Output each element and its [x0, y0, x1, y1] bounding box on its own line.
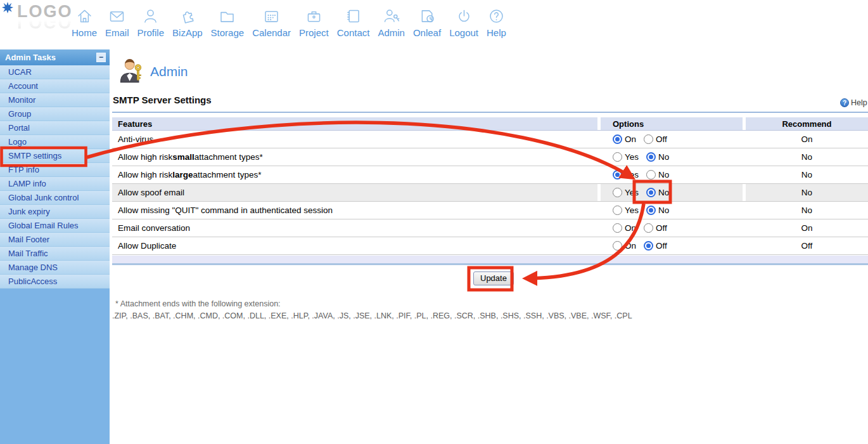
sidebar-item-ucar[interactable]: UCAR — [0, 65, 110, 79]
table-row: Allow high risk large attachment types*Y… — [112, 166, 868, 184]
radio-unselected-icon[interactable] — [646, 170, 656, 180]
radio-option-no[interactable]: No — [646, 188, 669, 197]
radio-option-on[interactable]: On — [613, 223, 636, 233]
sidebar-item-portal[interactable]: Portal — [0, 121, 110, 135]
feature-label: Email conversation — [112, 219, 597, 237]
radio-label: Yes — [625, 152, 639, 162]
update-button[interactable]: Update — [473, 271, 514, 285]
sidebar-item-lamp-info[interactable]: LAMP info — [0, 177, 110, 191]
radio-unselected-icon[interactable] — [613, 241, 622, 251]
radio-option-off[interactable]: Off — [644, 223, 667, 233]
table-row: Allow spoof emailYesNoNo — [112, 184, 868, 202]
radio-unselected-icon[interactable] — [644, 134, 653, 144]
radio-unselected-icon[interactable] — [613, 223, 622, 233]
radio-label: Yes — [625, 188, 639, 197]
sidebar-header: Admin Tasks − — [0, 49, 110, 65]
radio-label: On — [625, 134, 636, 144]
options-cell: OnOff — [597, 131, 743, 148]
sidebar-item-smtp-settings[interactable]: SMTP settings — [0, 149, 110, 163]
nav-item-calendar[interactable]: Calendar — [252, 7, 291, 38]
puzzle-icon — [178, 7, 196, 25]
radio-option-yes[interactable]: Yes — [613, 188, 639, 197]
nav-item-admin[interactable]: Admin — [378, 7, 405, 38]
nav-item-logout[interactable]: Logout — [449, 7, 478, 38]
smtp-settings-table: Features Options Recommend Anti-virusOnO… — [112, 117, 868, 265]
nav-item-label: Project — [299, 27, 329, 38]
radio-option-no[interactable]: No — [646, 152, 669, 162]
radio-option-on[interactable]: On — [613, 134, 636, 144]
nav-item-help[interactable]: Help — [487, 7, 506, 38]
radio-label: On — [625, 241, 636, 251]
address-book-icon — [344, 7, 362, 25]
recommend-value: No — [743, 148, 868, 166]
options-cell: YesNo — [597, 202, 743, 219]
radio-option-off[interactable]: Off — [644, 241, 667, 251]
radio-selected-icon[interactable] — [646, 206, 656, 215]
radio-unselected-icon[interactable] — [613, 206, 622, 215]
sidebar-item-logo[interactable]: Logo — [0, 135, 110, 149]
logo: LOGO LOGO — [17, 3, 73, 30]
smtp-table-body: Anti-virusOnOffOnAllow high risk small a… — [112, 131, 868, 255]
radio-selected-icon[interactable] — [646, 152, 656, 162]
radio-unselected-icon[interactable] — [644, 223, 653, 233]
nav-item-contact[interactable]: Contact — [337, 7, 370, 38]
sidebar-item-global-email-rules[interactable]: Global Email Rules — [0, 219, 110, 233]
email-icon — [108, 7, 126, 25]
nav-item-email[interactable]: Email — [105, 7, 129, 38]
collapse-icon[interactable]: − — [96, 53, 106, 62]
column-header-recommend: Recommend — [743, 117, 868, 130]
radio-option-off[interactable]: Off — [644, 134, 667, 144]
sidebar-item-manage-dns[interactable]: Manage DNS — [0, 261, 110, 275]
table-row: Allow missing "QUIT" command in authenti… — [112, 202, 868, 219]
sidebar-item-account[interactable]: Account — [0, 79, 110, 93]
sidebar-item-mail-traffic[interactable]: Mail Traffic — [0, 247, 110, 261]
nav-item-label: Storage — [211, 27, 245, 38]
sidebar-item-publicaccess[interactable]: PublicAccess — [0, 275, 110, 289]
section-divider — [112, 112, 868, 113]
radio-option-on[interactable]: On — [613, 241, 636, 251]
radio-option-yes[interactable]: Yes — [613, 206, 639, 215]
sidebar-item-global-junk-control[interactable]: Global Junk control — [0, 191, 110, 205]
briefcase-icon — [305, 7, 323, 25]
logo-reflection: LOGO — [17, 14, 73, 30]
sidebar-item-junk-expiry[interactable]: Junk expiry — [0, 205, 110, 219]
radio-option-yes[interactable]: Yes — [613, 152, 639, 162]
nav-item-home[interactable]: Home — [72, 7, 97, 38]
starburst-icon — [2, 2, 13, 13]
nav-item-onleaf[interactable]: Onleaf — [413, 7, 441, 38]
nav-item-bizapp[interactable]: BizApp — [172, 7, 203, 38]
radio-selected-icon[interactable] — [613, 170, 622, 180]
radio-unselected-icon[interactable] — [613, 188, 622, 197]
sidebar-item-ftp-info[interactable]: FTP info — [0, 163, 110, 177]
help-link[interactable]: ? Help — [840, 98, 867, 107]
nav-item-label: Profile — [137, 27, 165, 38]
radio-option-yes[interactable]: Yes — [613, 170, 639, 180]
sidebar-title: Admin Tasks — [5, 53, 56, 62]
nav-menu: HomeEmailProfileBizAppStorageCalendarPro… — [72, 7, 506, 38]
admin-person-key-icon — [118, 57, 146, 85]
feature-label: Allow spoof email — [112, 184, 597, 201]
radio-unselected-icon[interactable] — [613, 152, 622, 162]
sidebar-item-group[interactable]: Group — [0, 107, 110, 121]
radio-option-no[interactable]: No — [646, 170, 669, 180]
nav-item-storage[interactable]: Storage — [211, 7, 245, 38]
radio-selected-icon[interactable] — [646, 188, 656, 197]
nav-item-label: Email — [105, 27, 129, 38]
nav-item-profile[interactable]: Profile — [137, 7, 165, 38]
radio-label: No — [658, 170, 669, 180]
options-cell: YesNo — [597, 148, 743, 166]
recommend-value: No — [743, 184, 868, 201]
radio-selected-icon[interactable] — [613, 134, 622, 144]
options-cell: YesNo — [597, 166, 743, 183]
footnote-heading: * Attachment ends with the following ext… — [115, 299, 281, 308]
home-icon — [75, 7, 94, 25]
nav-item-project[interactable]: Project — [299, 7, 329, 38]
sidebar-item-monitor[interactable]: Monitor — [0, 93, 110, 107]
radio-option-no[interactable]: No — [646, 206, 669, 215]
recommend-value: On — [743, 219, 868, 237]
table-row: Allow DuplicateOnOffOff — [112, 237, 868, 255]
sidebar-item-mail-footer[interactable]: Mail Footer — [0, 233, 110, 247]
help-label: Help — [851, 98, 867, 107]
radio-selected-icon[interactable] — [644, 241, 653, 251]
radio-label: Off — [656, 223, 667, 233]
